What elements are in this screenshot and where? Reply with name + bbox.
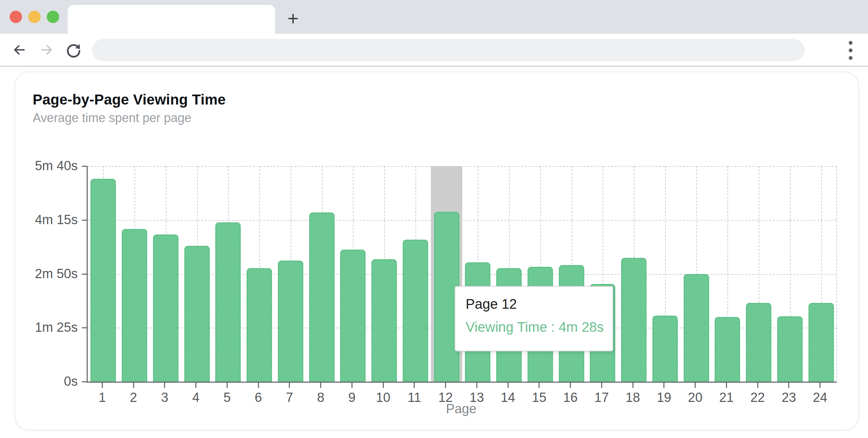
x-tick-label: 23 (782, 390, 796, 405)
x-tick-label: 6 (255, 390, 262, 405)
bar-page-1[interactable] (90, 179, 116, 382)
bar-page-2[interactable] (122, 229, 147, 382)
x-tick (788, 383, 789, 388)
bar-page-9[interactable] (340, 250, 366, 382)
bar-page-20[interactable] (684, 274, 709, 382)
y-tick (82, 381, 87, 382)
maximize-button[interactable] (47, 11, 59, 23)
x-tick (320, 383, 321, 388)
x-tick (632, 383, 633, 388)
y-axis: 0s1m 25s2m 50s4m 15s5m 40s (0, 166, 87, 382)
x-tick (258, 383, 259, 388)
tooltip-value: Viewing Time : 4m 28s (466, 319, 612, 335)
x-tick-label: 3 (161, 390, 168, 405)
chart-title: Page-by-Page Viewing Time (33, 91, 226, 108)
bar-page-22[interactable] (746, 303, 771, 382)
x-tick (227, 383, 228, 388)
x-tick-label: 17 (594, 390, 609, 405)
x-tick-label: 5 (224, 390, 231, 405)
x-tick-label: 2 (130, 390, 137, 405)
x-tick (663, 383, 664, 388)
y-tick-label: 4m 15s (35, 212, 78, 227)
new-tab-button[interactable]: + (282, 8, 304, 30)
x-tick-label: 21 (719, 390, 734, 405)
x-tick-label: 9 (348, 390, 356, 405)
x-tick (351, 383, 352, 388)
minimize-button[interactable] (28, 11, 41, 23)
x-tick-label: 19 (657, 390, 671, 405)
bar-page-8[interactable] (309, 212, 335, 382)
x-tick (539, 383, 540, 388)
tab-title (68, 5, 275, 21)
x-tick-label: 24 (813, 390, 827, 405)
v-gridline (836, 166, 837, 382)
x-tick-label: 16 (563, 390, 577, 405)
x-tick-label: 1 (99, 390, 106, 405)
x-tick (476, 383, 477, 388)
bar-page-10[interactable] (371, 259, 397, 382)
browser-menu-button[interactable] (845, 39, 856, 61)
bar-page-23[interactable] (777, 316, 803, 382)
x-tick (289, 383, 290, 388)
browser-tab[interactable] (68, 5, 275, 34)
kebab-dot (849, 48, 853, 52)
y-tick-label: 1m 25s (35, 320, 78, 335)
x-tick-label: 18 (626, 390, 640, 405)
bar-page-21[interactable] (715, 317, 740, 382)
back-button[interactable] (10, 41, 28, 59)
y-tick (82, 220, 87, 221)
x-tick (414, 383, 415, 388)
x-tick-label: 4 (192, 390, 199, 405)
x-tick-label: 7 (286, 390, 293, 405)
y-tick (82, 274, 87, 275)
reload-button[interactable] (65, 41, 83, 59)
x-tick-label: 8 (317, 390, 324, 405)
x-tick-label: 11 (408, 390, 421, 405)
close-button[interactable] (10, 11, 22, 23)
bar-page-6[interactable] (247, 268, 272, 382)
x-tick (445, 383, 446, 388)
chart-subtitle: Average time spent per page (33, 111, 192, 125)
x-tick (820, 383, 821, 388)
y-tick (82, 166, 87, 167)
x-tick (601, 383, 602, 388)
x-axis-title: Page (446, 402, 477, 416)
bar-page-18[interactable] (621, 258, 647, 382)
bar-page-24[interactable] (809, 303, 834, 382)
tooltip-title: Page 12 (466, 296, 612, 312)
x-tick-label: 10 (376, 390, 390, 405)
x-tick (133, 383, 134, 388)
back-arrow-icon (11, 42, 28, 58)
x-tick (164, 383, 165, 388)
x-tick (757, 383, 758, 388)
x-tick (195, 383, 196, 388)
bar-page-19[interactable] (652, 316, 678, 382)
bar-page-4[interactable] (184, 246, 210, 382)
x-tick (570, 383, 571, 388)
bar-page-7[interactable] (278, 261, 303, 382)
x-tick (508, 383, 509, 388)
bar-page-11[interactable] (403, 240, 428, 382)
forward-arrow-icon (39, 42, 55, 58)
browser-toolbar (0, 34, 868, 67)
forward-button[interactable] (38, 41, 56, 59)
address-bar-input[interactable] (92, 39, 805, 61)
kebab-dot (849, 56, 853, 60)
y-tick-label: 5m 40s (35, 158, 78, 173)
bar-page-5[interactable] (215, 222, 241, 382)
chart-tooltip: Page 12 Viewing Time : 4m 28s (455, 286, 613, 351)
window-controls (10, 11, 59, 23)
y-tick-label: 0s (64, 374, 78, 389)
x-tick (383, 383, 384, 388)
y-tick-label: 2m 50s (35, 266, 78, 281)
bar-page-3[interactable] (153, 234, 178, 382)
x-tick-label: 15 (532, 390, 546, 405)
y-tick (82, 327, 87, 328)
kebab-dot (849, 41, 853, 45)
x-tick (726, 383, 727, 388)
x-tick-label: 14 (501, 390, 515, 405)
x-tick-label: 22 (750, 390, 765, 405)
x-tick (102, 383, 103, 388)
reload-icon (65, 41, 82, 58)
tab-strip: + (0, 0, 868, 34)
